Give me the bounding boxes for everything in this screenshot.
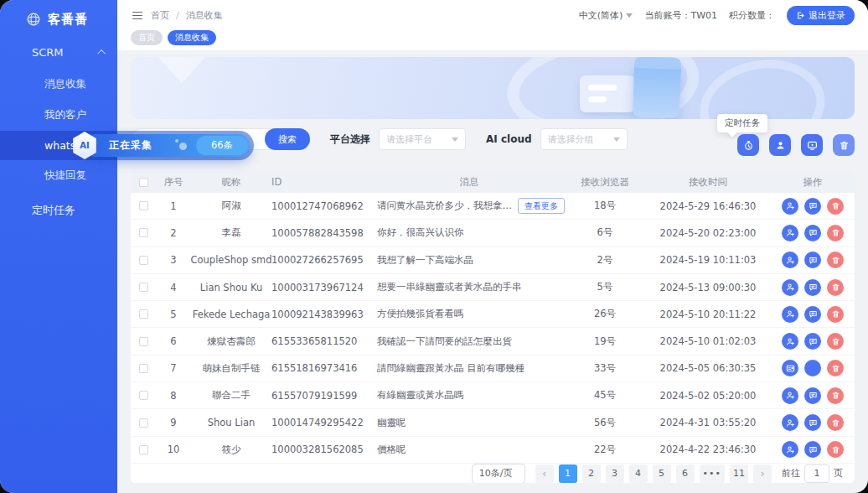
contact-card-button[interactable] (782, 360, 798, 376)
sidebar-item-message-collect[interactable]: 消息收集 (0, 69, 117, 100)
sidebar-group-scrm[interactable]: SCRM (0, 36, 117, 69)
page-button-6[interactable]: 6 (676, 464, 695, 483)
cell-index: 7 (156, 362, 191, 374)
column-header: 操作 (771, 176, 855, 189)
select-all-checkbox[interactable] (131, 178, 156, 187)
tag-active[interactable]: 消息收集 (168, 30, 216, 45)
cell-message: 有綠幽靈或黃水晶嗎 (374, 389, 565, 402)
sidebar-item-scheduled-tasks[interactable]: 定时任务 (0, 191, 117, 228)
logout-button[interactable]: 退出登录 (787, 6, 855, 25)
search-button[interactable]: 搜索 (265, 128, 310, 150)
add-user-button[interactable] (782, 279, 798, 296)
add-user-button[interactable] (782, 333, 798, 350)
breadcrumb: 首页 / 消息收集 中文(简体) 当前账号：TW01 积分数量： 退出登录 (131, 6, 855, 25)
tag-plain[interactable]: 首页 (131, 30, 163, 45)
more-pages-button[interactable]: ••• (700, 464, 725, 483)
row-checkbox[interactable] (131, 337, 156, 346)
cell-id: 100027266257695 (271, 254, 374, 266)
cell-browser: 33号 (565, 362, 645, 375)
delete-button[interactable] (827, 387, 844, 404)
user-button[interactable] (769, 134, 791, 156)
platform-select[interactable]: 请选择平台 (379, 128, 466, 150)
row-checkbox[interactable] (131, 228, 156, 237)
collapse-menu-icon[interactable] (131, 10, 144, 22)
language-select[interactable]: 中文(简体) (579, 9, 633, 22)
group-select[interactable]: 请选择分组 (540, 128, 628, 150)
solid-button[interactable] (804, 360, 821, 376)
chat-button[interactable] (804, 225, 821, 241)
sidebar-item-quick-reply[interactable]: 快捷回复 (0, 160, 117, 191)
column-header: 昵称 (191, 176, 271, 189)
breadcrumb-current: 消息收集 (186, 9, 223, 22)
cell-nickname: CoupleShop smd (191, 254, 271, 266)
chat-card-illustration (580, 75, 635, 112)
page-size-select[interactable]: 10条/页 (472, 464, 525, 483)
row-checkbox[interactable] (131, 256, 156, 265)
column-header: 接收浏览器 (565, 176, 645, 189)
delete-button[interactable] (827, 306, 844, 323)
delete-button[interactable] (827, 333, 844, 350)
row-checkbox[interactable] (131, 309, 156, 319)
page-button-1[interactable]: 1 (559, 464, 577, 483)
add-user-button[interactable] (782, 414, 798, 431)
chat-button[interactable] (804, 252, 821, 268)
cell-actions (771, 414, 855, 431)
chat-button[interactable] (804, 279, 821, 296)
row-checkbox[interactable] (131, 391, 156, 400)
cell-id: 100057882843598 (271, 227, 374, 239)
view-more-button[interactable]: 查看更多 (518, 198, 565, 214)
cell-actions (771, 252, 855, 268)
chat-button[interactable] (804, 306, 821, 323)
delete-button[interactable] (827, 360, 844, 376)
chat-button[interactable] (804, 198, 821, 215)
add-user-button[interactable] (782, 252, 798, 268)
add-user-button[interactable] (782, 441, 798, 458)
row-checkbox[interactable] (131, 201, 156, 210)
cell-browser: 19号 (565, 335, 645, 348)
chevron-down-icon (626, 13, 633, 18)
delete-button[interactable] (827, 198, 844, 215)
page-button-3[interactable]: 3 (606, 464, 624, 483)
delete-button[interactable] (827, 225, 844, 241)
chat-button[interactable] (804, 333, 821, 350)
cell-browser: 6号 (565, 226, 645, 239)
row-checkbox[interactable] (131, 418, 156, 428)
cell-time: 2024-5-20 02:23:00 (645, 227, 771, 239)
chat-button[interactable] (804, 387, 821, 404)
platform-label: 平台选择 (330, 132, 370, 147)
breadcrumb-home[interactable]: 首页 (151, 9, 169, 22)
delete-button[interactable] (827, 279, 844, 296)
cell-index: 9 (156, 417, 191, 428)
chat-button[interactable] (804, 414, 821, 431)
next-page-button[interactable]: › (753, 464, 772, 483)
app-logo: 客番番 (0, 0, 117, 36)
sidebar-item-my-customers[interactable]: 我的客户 (0, 100, 117, 131)
cell-browser: 5号 (565, 281, 645, 293)
cell-id: 61551816973416 (271, 362, 374, 374)
page-button-11[interactable]: 11 (730, 464, 748, 483)
row-checkbox[interactable] (131, 283, 156, 292)
prev-page-button[interactable]: ‹ (535, 464, 554, 483)
chat-button[interactable] (804, 441, 821, 458)
row-checkbox[interactable] (131, 445, 156, 454)
page-button-2[interactable]: 2 (582, 464, 601, 483)
goto-page-input[interactable] (804, 464, 829, 483)
video-button[interactable] (801, 134, 823, 156)
table-row: 8聯合二手61557079191599有綠幽靈或黃水晶嗎45号2024-5-02… (131, 382, 855, 409)
cell-time: 2024-5-05 06:30:35 (645, 362, 771, 374)
timer-button[interactable] (737, 134, 759, 156)
add-user-button[interactable] (782, 387, 798, 404)
delete-button[interactable] (827, 414, 844, 431)
add-user-button[interactable] (782, 198, 798, 215)
delete-button[interactable] (827, 441, 844, 458)
platform-placeholder: 请选择平台 (386, 133, 452, 146)
pagination: 10条/页 ‹123456•••11› 前往 页 (131, 464, 855, 483)
add-user-button[interactable] (782, 225, 798, 241)
add-user-button[interactable] (782, 306, 798, 323)
delete-button[interactable] (833, 134, 855, 156)
page-button-5[interactable]: 5 (653, 464, 671, 483)
page-button-4[interactable]: 4 (629, 464, 648, 483)
row-checkbox[interactable] (131, 364, 156, 373)
delete-button[interactable] (827, 252, 844, 268)
collecting-pill: AI 正在采集 66条 (84, 134, 250, 157)
